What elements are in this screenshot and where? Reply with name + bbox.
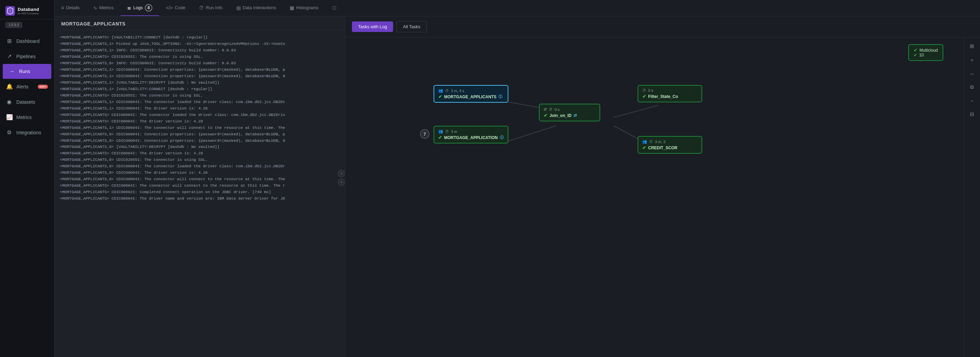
log-line: <MORTGAGE_APPLICANTS,1> CDIC00004I: Conn…: [60, 73, 339, 79]
content-area: MORTGAGE_APPLICANTS <MORTGAGE_APPLICANTS…: [54, 16, 980, 357]
tab-label: Details: [66, 5, 80, 10]
tab-label: Run Info: [206, 5, 223, 10]
tab-details[interactable]: ≡ Details: [54, 0, 86, 16]
log-line: <MORTGAGE_APPLICANTS,1> CDIC00004I: The …: [60, 105, 339, 112]
sidebar-nav: ⊞ Dashboard ↗ Pipelines → Runs 🔔 Alerts …: [0, 33, 54, 140]
tab-label: Data Interactions: [243, 5, 276, 10]
main-area: ≡ Details ∿ Metrics ≣ Logs 8 </> Code ⏱ …: [54, 0, 980, 357]
dag-area: 7 👥 ⏱ 3 m, 4 s ✔ MORTGAGE_APPLICANTS ⓘ: [345, 37, 980, 357]
node-label: CREDIT_SCOR: [648, 146, 677, 150]
node-name: ✔ Filter_State_Co: [642, 94, 697, 99]
log-line: <MORTGAGE_APPLICANTS> CDIC02055I: The co…: [60, 54, 339, 60]
log-line: <MORTGAGE_APPLICANTS,1> CDIC00004I: Conn…: [60, 67, 339, 73]
sidebar-item-metrics[interactable]: 📈 Metrics: [0, 109, 54, 125]
time-icon: ⏱: [649, 140, 653, 144]
node-multicloud[interactable]: ✔ Multicloud ✔ 10: [908, 44, 943, 61]
tab-data-interactions[interactable]: ▤ Data Interactions: [229, 0, 283, 16]
logs-badge: 8: [145, 4, 152, 11]
graph-panel: Tasks with Log All Tasks: [345, 16, 980, 357]
tab-run-info[interactable]: ⏱ Run Info: [192, 0, 229, 16]
external-icon: ⬡: [332, 5, 336, 11]
node-meta: 👥 ⏱ 3 m: [438, 129, 504, 133]
sidebar-item-label: Metrics: [16, 114, 32, 120]
persons-icon: 👥: [438, 89, 443, 93]
code-icon: </>: [166, 5, 173, 11]
integrations-icon: ⚙: [6, 129, 12, 136]
databand-logo-icon: [5, 6, 15, 16]
log-line: <MORTGAGE_APPLICANTS> CDIC00004I: The co…: [60, 112, 339, 118]
tab-metrics[interactable]: ∿ Metrics: [86, 0, 120, 16]
node-time: 3 m, 4 s: [451, 89, 464, 93]
all-tasks-button[interactable]: All Tasks: [396, 21, 427, 32]
node-label: Filter_State_Co: [648, 94, 678, 99]
log-line: <MORTGAGE_APPLICANTS> CDIC00004I: The dr…: [60, 118, 339, 125]
check-icon: ✔: [914, 53, 917, 57]
sidebar-item-pipelines[interactable]: ↗ Pipelines: [0, 49, 54, 64]
rt-fit-icon[interactable]: ⊞: [967, 41, 978, 52]
sidebar-item-dashboard[interactable]: ⊞ Dashboard: [0, 33, 54, 49]
tab-label: Logs: [133, 5, 143, 10]
node-credit-score[interactable]: 👥 ⏱ 3 m, 3 ✔ CREDIT_SCOR: [638, 136, 702, 154]
histograms-icon: ▦: [290, 5, 294, 11]
log-line: <MORTGAGE_APPLICANTS,1> [VAULTABILITY:CO…: [60, 86, 339, 92]
rt-layout-icon[interactable]: ≈: [967, 54, 978, 65]
persons-icon: 👥: [642, 140, 647, 144]
check-icon: ✔: [544, 113, 547, 118]
metrics-icon: 📈: [6, 114, 12, 121]
node-join-on-id[interactable]: ⇄ ⏱ 0 s ✔ Join_on_ID ⇄: [539, 104, 600, 121]
node-meta: ⏱ 0 s: [642, 89, 697, 92]
sidebar-item-label: Runs: [19, 69, 30, 74]
sidebar-item-runs[interactable]: → Runs: [3, 64, 51, 79]
svg-line-3: [614, 105, 658, 117]
rt-collapse-icon[interactable]: ⊟: [967, 109, 978, 120]
check-icon: ✔: [438, 135, 442, 140]
runs-icon: →: [9, 68, 15, 75]
check-icon: ✔: [642, 145, 646, 150]
sidebar-item-label: Integrations: [16, 130, 41, 135]
persons-icon: 👥: [438, 129, 443, 133]
node-mortgage-application[interactable]: 👥 ⏱ 3 m ✔ MORTGAGE_APPLICATION ⓘ: [434, 126, 508, 143]
collapse-left-btn[interactable]: ‹: [338, 170, 345, 177]
log-panel: MORTGAGE_APPLICANTS <MORTGAGE_APPLICANTS…: [54, 16, 345, 357]
log-content[interactable]: <MORTGAGE_APPLICANTS> [VAULTABILITY:CONN…: [54, 30, 345, 357]
tab-histograms[interactable]: ▦ Histograms: [283, 0, 325, 16]
node-badge: ⇄: [574, 113, 577, 117]
check-icon: ✔: [642, 94, 646, 99]
time-icon: ⏱: [549, 108, 552, 111]
rt-copy-icon[interactable]: ⧉: [967, 82, 978, 92]
time-icon: ⏱: [445, 89, 449, 93]
log-line: <MORTGAGE_APPLICANTS,0> [VAULTABILITY:DE…: [60, 144, 339, 150]
tab-external[interactable]: ⬡: [325, 0, 343, 16]
multicloud-count: 10: [919, 53, 924, 57]
node-label: Join_on_ID: [549, 113, 572, 118]
tasks-with-log-button[interactable]: Tasks with Log: [352, 21, 393, 32]
collapse-right-btn[interactable]: ›: [338, 179, 345, 186]
sidebar-item-alerts[interactable]: 🔔 Alerts 999+: [0, 79, 54, 94]
tab-label: Code: [175, 5, 185, 10]
tab-code[interactable]: </> Code: [159, 0, 192, 16]
metrics-tab-icon: ∿: [93, 5, 97, 11]
tab-logs[interactable]: ≣ Logs 8: [120, 0, 159, 16]
node-filter-state-co[interactable]: ⏱ 0 s ✔ Filter_State_Co: [638, 85, 702, 102]
brand-sub: an IBM Company: [18, 12, 39, 15]
node-mortgage-applicants[interactable]: 👥 ⏱ 3 m, 4 s ✔ MORTGAGE_APPLICANTS ⓘ: [434, 85, 508, 103]
rt-minus-icon[interactable]: −: [967, 95, 978, 106]
check-icon: ✔: [914, 48, 918, 53]
multicloud-label: Multicloud: [920, 48, 938, 53]
log-line: <MORTGAGE_APPLICANTS,1> Picked up JAVA_T…: [60, 41, 339, 47]
sidebar-item-integrations[interactable]: ⚙ Integrations: [0, 125, 54, 140]
log-line: <MORTGAGE_APPLICANTS> CDIC00004I: The co…: [60, 182, 339, 189]
alerts-icon: 🔔: [6, 83, 12, 90]
node-badge: ⓘ: [500, 135, 504, 140]
time-icon: ⏱: [642, 89, 646, 92]
node-meta: ⇄ ⏱ 0 s: [544, 107, 595, 111]
rt-expand-icon[interactable]: ↔: [967, 68, 978, 79]
log-line: <MORTGAGE_APPLICANTS,0> CDIC00004I: The …: [60, 176, 339, 182]
logs-icon: ≣: [127, 5, 131, 11]
sidebar-item-label: Dashboard: [16, 38, 40, 44]
log-line: <MORTGAGE_APPLICANTS,0> CDIC00004I: The …: [60, 163, 339, 170]
sidebar: Databand an IBM Company 1.0.9.3 ⊞ Dashbo…: [0, 0, 54, 357]
log-line: <MORTGAGE_APPLICANTS> CDIC00004I: The dr…: [60, 195, 339, 202]
sidebar-item-datasets[interactable]: ◉ Datasets: [0, 94, 54, 109]
log-line: <MORTGAGE_APPLICANTS,0> CDIC02055I: The …: [60, 157, 339, 163]
